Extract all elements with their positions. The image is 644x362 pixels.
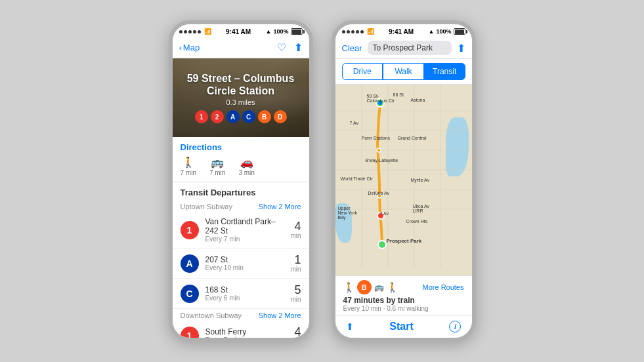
dir-walk[interactable]: 🚶 7 min xyxy=(181,156,196,176)
label-crown: Crown Hts xyxy=(406,219,428,224)
start-button[interactable]: Start xyxy=(389,321,413,332)
dir-drive[interactable]: 🚗 3 min xyxy=(238,156,254,176)
status-bar-2: 📶 9:41 AM ▲ 100% xyxy=(335,24,472,37)
location-icon[interactable]: ⬆ xyxy=(346,321,354,332)
dep-freq-3: Every 6 min xyxy=(205,294,284,302)
dep-name-4: South Ferry xyxy=(205,327,284,336)
signal-dot-1 xyxy=(179,30,182,33)
share-icon-1[interactable]: ⬆ xyxy=(294,41,303,54)
phone-2: 📶 9:41 AM ▲ 100% Clear To Prospect Park … xyxy=(332,20,476,342)
back-button[interactable]: ‹ Map xyxy=(179,43,200,52)
dep-item-3[interactable]: C 168 St Every 6 min 5 min xyxy=(173,279,309,309)
uptown-label: Uptown Subway xyxy=(181,203,233,211)
dep-unit-1: min xyxy=(290,232,301,239)
label-7av-bk: 7 Av xyxy=(380,211,389,216)
status-time-1: 9:41 AM xyxy=(226,28,251,35)
svg-point-13 xyxy=(378,241,386,249)
map-area[interactable]: 59 St-Columbus Cir 86 St Astoria 7 Av Pe… xyxy=(335,85,472,275)
walk-end-icon: 🚶 xyxy=(387,282,398,292)
dep-name-1: Van Cortlandt Park–242 St xyxy=(205,217,284,235)
badge-c: C xyxy=(242,110,255,123)
route-details: Every 10 min · 0.6 mi walking xyxy=(343,305,464,312)
signal-dot-2-1 xyxy=(342,30,345,33)
destination-text: To Prospect Park xyxy=(373,43,433,52)
tab-walk[interactable]: Walk xyxy=(383,63,424,80)
transit-time: 7 min xyxy=(209,169,225,176)
battery-fill-2 xyxy=(455,30,464,34)
walk-icon: 🚶 xyxy=(182,156,195,169)
tab-drive[interactable]: Drive xyxy=(342,63,383,80)
svg-point-14 xyxy=(377,148,381,152)
status-time-2: 9:41 AM xyxy=(389,28,414,35)
uptown-show-more[interactable]: Show 2 More xyxy=(259,203,301,211)
dep-info-1: Van Cortlandt Park–242 St Every 7 min xyxy=(205,217,284,243)
dir-transit[interactable]: 🚌 7 min xyxy=(209,156,225,176)
b-train-badge: B xyxy=(357,280,372,294)
label-myrtle: Myrtle Av xyxy=(411,178,430,182)
signal-dot-2-2 xyxy=(347,30,350,33)
nav-bar-2: Clear To Prospect Park ⬆ xyxy=(335,37,472,59)
share-icon-2[interactable]: ⬆ xyxy=(457,42,465,54)
signal-dot-2-4 xyxy=(356,30,359,33)
info-icon[interactable]: i xyxy=(449,321,461,332)
badge-b: B xyxy=(258,110,271,123)
dep-unit-2: min xyxy=(290,266,301,273)
walk-time: 7 min xyxy=(181,169,196,176)
label-utica: Utica AvLIRR xyxy=(413,204,430,213)
dep-badge-4: 1 xyxy=(181,327,199,338)
dep-num-4: 4 xyxy=(290,326,301,338)
route-icons: 🚶 B 🚌 🚶 More Routes xyxy=(343,280,464,294)
battery-icon-2 xyxy=(454,28,465,35)
route-left-icons: 🚶 B 🚌 🚶 xyxy=(343,280,398,294)
tab-transit[interactable]: Transit xyxy=(424,63,465,80)
dep-badge-2: A xyxy=(181,254,199,273)
heart-icon[interactable]: ♡ xyxy=(277,41,286,54)
label-prospect-park: Prospect Park xyxy=(387,238,422,244)
badge-d: D xyxy=(274,110,287,123)
battery-area-1: ▲ 100% xyxy=(266,28,303,35)
dep-item-2[interactable]: A 207 St Every 10 min 1 min xyxy=(173,249,309,279)
status-bar-1: 📶 9:41 AM ▲ 100% xyxy=(173,24,309,37)
signal-area: 📶 xyxy=(179,28,211,35)
badge-1: 1 xyxy=(195,110,208,123)
label-bway: B'way-Lafayette xyxy=(366,158,398,163)
directions-section: Directions 🚶 7 min 🚌 7 min 🚗 3 min xyxy=(173,137,309,182)
map-canvas: 59 St-Columbus Cir 86 St Astoria 7 Av Pe… xyxy=(335,85,472,275)
hero-title: 59 Street – ColumbusCircle Station xyxy=(187,72,295,97)
directions-label: Directions xyxy=(181,142,301,152)
dep-unit-3: min xyxy=(290,296,301,303)
signal-dot-4 xyxy=(193,30,196,33)
dep-item-1[interactable]: 1 Van Cortlandt Park–242 St Every 7 min … xyxy=(173,212,309,249)
arrow-icon-1: ▲ xyxy=(266,28,272,35)
dep-name-3: 168 St xyxy=(205,285,284,294)
downtown-show-more[interactable]: Show 2 More xyxy=(259,312,301,319)
downtown-label: Downtown Subway xyxy=(181,312,242,319)
signal-area-2: 📶 xyxy=(342,28,374,35)
more-routes-button[interactable]: More Routes xyxy=(423,283,464,291)
dep-num-1: 4 xyxy=(290,220,301,232)
dep-freq-1: Every 7 min xyxy=(205,235,284,243)
back-label: Map xyxy=(183,43,200,52)
label-penn: Penn Stations xyxy=(362,136,391,140)
dep-freq-4: Every 7 min xyxy=(205,336,284,338)
battery-area-2: ▲ 100% xyxy=(429,28,465,35)
wifi-icon: 📶 xyxy=(204,28,211,35)
label-bay: UpperNew YorkBay xyxy=(338,206,358,220)
search-bar[interactable]: To Prospect Park xyxy=(368,41,452,55)
departures-header: Transit Departures xyxy=(173,182,309,200)
departures-section: Transit Departures Uptown Subway Show 2 … xyxy=(173,182,309,338)
badge-a: A xyxy=(226,110,240,123)
dep-badge-1: 1 xyxy=(181,221,199,239)
signal-dot-5 xyxy=(198,30,201,33)
bus-icon: 🚌 xyxy=(374,283,384,292)
dep-item-4[interactable]: 1 South Ferry Every 7 min 4 min xyxy=(173,321,309,338)
nav-bar-1: ‹ Map ♡ ⬆ xyxy=(173,37,309,58)
clear-button[interactable]: Clear xyxy=(342,43,362,53)
directions-row: 🚶 7 min 🚌 7 min 🚗 3 min xyxy=(181,156,301,176)
label-wtc: World Trade Ctr xyxy=(341,176,373,181)
hero-subtitle: 0.3 miles xyxy=(226,98,255,106)
signal-dot-3 xyxy=(188,30,192,33)
chevron-left-icon: ‹ xyxy=(179,43,182,52)
transport-tabs: Drive Walk Transit xyxy=(335,59,472,85)
route-info-bar: 🚶 B 🚌 🚶 More Routes 47 minutes by train … xyxy=(335,275,472,315)
